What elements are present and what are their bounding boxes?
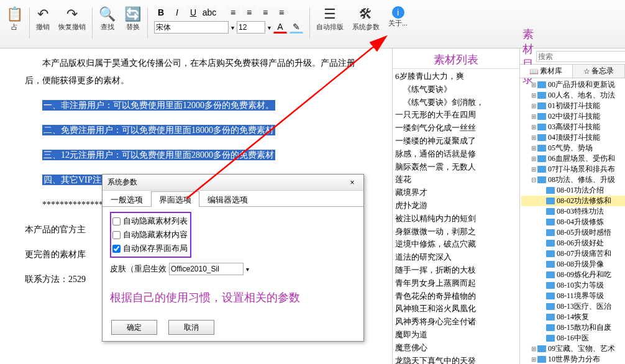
- tree-item[interactable]: ⊟08功法、修练、升级: [521, 175, 625, 185]
- tree-item[interactable]: 08-07升级痛苦和: [521, 248, 625, 259]
- material-list-item[interactable]: 6岁膝青山大力，爽: [395, 70, 517, 83]
- tree-twisty-icon[interactable]: ⊟: [530, 176, 537, 183]
- search-input[interactable]: [536, 51, 625, 62]
- tab-editor-options[interactable]: 编辑器选项: [199, 191, 256, 207]
- material-list-item[interactable]: 青色花朵的奇异植物的: [395, 290, 517, 303]
- tree-twisty-icon[interactable]: ⊞: [530, 124, 537, 130]
- align-center-button[interactable]: ≡: [242, 6, 256, 19]
- replace-label: 替换: [126, 22, 140, 32]
- tree-item[interactable]: ⊞02中级打斗技能: [521, 111, 625, 122]
- bold-button[interactable]: B: [154, 6, 168, 19]
- tree-item[interactable]: 08-01功法介绍: [521, 185, 625, 196]
- tree-twisty-icon[interactable]: ⊞: [530, 102, 537, 109]
- material-list-item[interactable]: 风神狼王和浴火凤凰化: [395, 303, 517, 316]
- tree-item[interactable]: ⊞06血腥场景、受伤和: [521, 153, 625, 164]
- cancel-button[interactable]: 取消: [168, 320, 214, 335]
- tree-item[interactable]: 08-13医疗、医治: [521, 301, 625, 312]
- material-list-item[interactable]: 一缕剑气分化成一丝丝: [395, 122, 517, 135]
- material-list-item[interactable]: 莲花: [395, 173, 517, 186]
- tree-item[interactable]: 08-15散功和自废: [521, 322, 625, 333]
- tree-item[interactable]: 08-08升级异像: [521, 259, 625, 270]
- tree-item[interactable]: 08-03特殊功法: [521, 206, 625, 217]
- material-list-item[interactable]: 被注以精纯内力的短剑: [395, 212, 517, 225]
- auto-layout-button[interactable]: ☰ 自动排版: [312, 5, 347, 33]
- align-left-button[interactable]: ≡: [226, 6, 240, 19]
- undo-button[interactable]: ↶ 撤销: [32, 5, 53, 33]
- tree-twisty-icon[interactable]: ⊞: [530, 113, 537, 120]
- font-name-select[interactable]: [154, 21, 229, 34]
- material-list-item[interactable]: 一缕缕的神元凝聚成了: [395, 135, 517, 148]
- material-list-item[interactable]: 随手一挥，折断的大枝: [395, 264, 517, 277]
- tree-item[interactable]: ⊞07打斗场景和排兵布: [521, 164, 625, 175]
- material-list-item[interactable]: 风神秀将身心完全付诸: [395, 316, 517, 329]
- material-list[interactable]: 6岁膝青山大力，爽 《练气要诀》 《练气要诀》剑消散，一只无形的大手在四周一缕剑…: [393, 69, 519, 364]
- material-list-item[interactable]: 龙隐天下真气中的天癸: [395, 355, 517, 364]
- about-button[interactable]: i 关于...: [385, 5, 411, 29]
- material-list-title: 素材列表: [393, 48, 519, 69]
- tree-item[interactable]: 08-06升级好处: [521, 238, 625, 248]
- dialog-titlebar[interactable]: 系统参数 ×: [103, 175, 363, 191]
- highlight-button[interactable]: ✎: [290, 21, 303, 34]
- strike-button[interactable]: abc: [203, 6, 216, 19]
- tree-item[interactable]: ⊞04顶级打斗技能: [521, 132, 625, 143]
- underline-button[interactable]: U: [186, 6, 200, 19]
- tree-item[interactable]: 08-14恢复: [521, 312, 625, 322]
- material-list-item[interactable]: 魔即为道: [395, 329, 517, 342]
- tree-item[interactable]: ⊞09宝藏、宝物、艺术: [521, 344, 625, 354]
- tree-twisty-icon[interactable]: ⊞: [530, 345, 537, 352]
- tree-item[interactable]: ⊞00产品升级和更新说: [521, 80, 625, 90]
- material-list-item[interactable]: 道法的研究深入: [395, 251, 517, 264]
- tree-item[interactable]: 08-10实力等级: [521, 280, 625, 291]
- tab-memo[interactable]: ☆ 备忘录: [573, 65, 626, 78]
- system-params-button[interactable]: 🛠 系统参数: [349, 5, 383, 33]
- tree-item[interactable]: 08-05升级时感悟: [521, 227, 625, 238]
- align-justify-button[interactable]: ≡: [275, 6, 288, 19]
- tree-twisty-icon[interactable]: ⊞: [530, 356, 537, 363]
- tree-item[interactable]: 08-09炼化丹和吃: [521, 270, 625, 280]
- material-list-item[interactable]: 脑际轰然一震，无数人: [395, 161, 517, 174]
- tree-item[interactable]: 08-11境界等级: [521, 291, 625, 301]
- tree-item[interactable]: 08-04升级修炼: [521, 217, 625, 227]
- material-list-item[interactable]: 魔意佛心: [395, 342, 517, 355]
- tree-item[interactable]: ⊞03高级打斗技能: [521, 122, 625, 132]
- material-list-item[interactable]: 逆境中修炼，破点穴藏: [395, 238, 517, 251]
- redo-button[interactable]: ↷ 恢复撤销: [55, 5, 89, 33]
- tab-general[interactable]: 一般选项: [103, 191, 151, 207]
- material-list-item[interactable]: 一只无形的大手在四周: [395, 109, 517, 122]
- tree-twisty-icon[interactable]: ⊞: [530, 134, 537, 141]
- material-list-item[interactable]: 虎扑龙游: [395, 199, 517, 212]
- tree-item[interactable]: 08-16中医: [521, 333, 625, 344]
- find-button[interactable]: 🔍 查找: [95, 5, 119, 33]
- material-list-item[interactable]: 藏境界才: [395, 186, 517, 199]
- align-right-button[interactable]: ≡: [258, 6, 272, 19]
- material-list-item[interactable]: 《练气要诀》剑消散，: [395, 96, 517, 109]
- chk-hide-material-list[interactable]: [112, 217, 121, 225]
- tree-twisty-icon[interactable]: ⊞: [530, 155, 537, 162]
- material-list-item[interactable]: 《练气要诀》: [395, 83, 517, 96]
- chk-hide-material-content[interactable]: [112, 231, 121, 239]
- font-size-select[interactable]: [237, 21, 265, 34]
- tree-item[interactable]: 08-02功法修炼和: [521, 196, 625, 206]
- italic-button[interactable]: I: [170, 6, 184, 19]
- skin-select[interactable]: [169, 263, 244, 275]
- material-tree[interactable]: ⊞00产品升级和更新说⊞00人名、地名、功法⊞01初级打斗技能⊞02中级打斗技能…: [520, 78, 625, 364]
- font-color-button[interactable]: A: [273, 21, 287, 34]
- chk-save-layout[interactable]: [112, 245, 121, 253]
- replace-button[interactable]: 🔄 替换: [121, 5, 145, 33]
- material-list-item[interactable]: 身躯微微一动，剥那之: [395, 225, 517, 239]
- tab-material-library[interactable]: 📖 素材库: [520, 65, 573, 78]
- paste-button[interactable]: 📋 占: [2, 5, 27, 33]
- material-list-item[interactable]: 脉感，通俗的话就是修: [395, 148, 517, 161]
- tree-item[interactable]: ⊞10世界势力分布: [521, 354, 625, 364]
- tree-twisty-icon[interactable]: ⊞: [530, 166, 537, 173]
- material-list-item[interactable]: 青年男女身上蒸腾而起: [395, 277, 517, 290]
- tree-twisty-icon[interactable]: ⊞: [530, 81, 537, 88]
- tree-twisty-icon[interactable]: ⊞: [530, 92, 537, 99]
- tree-item[interactable]: ⊞01初级打斗技能: [521, 101, 625, 111]
- tree-item[interactable]: ⊞00人名、地名、功法: [521, 90, 625, 101]
- tree-twisty-icon[interactable]: ⊞: [530, 145, 537, 152]
- ok-button[interactable]: 确定: [111, 320, 157, 335]
- tree-item[interactable]: ⊞05气势、势场: [521, 143, 625, 153]
- tab-ui[interactable]: 界面选项: [151, 191, 199, 207]
- close-icon[interactable]: ×: [346, 178, 358, 187]
